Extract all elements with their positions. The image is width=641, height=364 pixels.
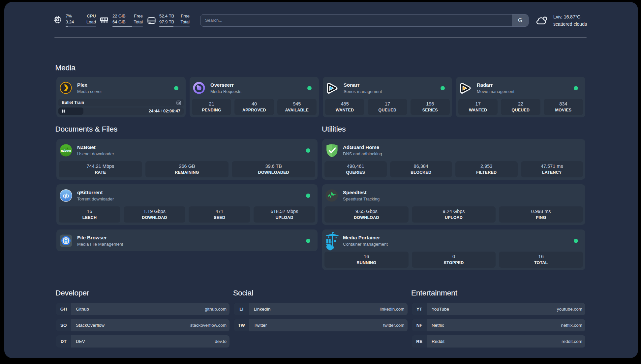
svg-text:qb: qb: [63, 193, 69, 199]
svg-text:nzbget: nzbget: [61, 149, 71, 152]
